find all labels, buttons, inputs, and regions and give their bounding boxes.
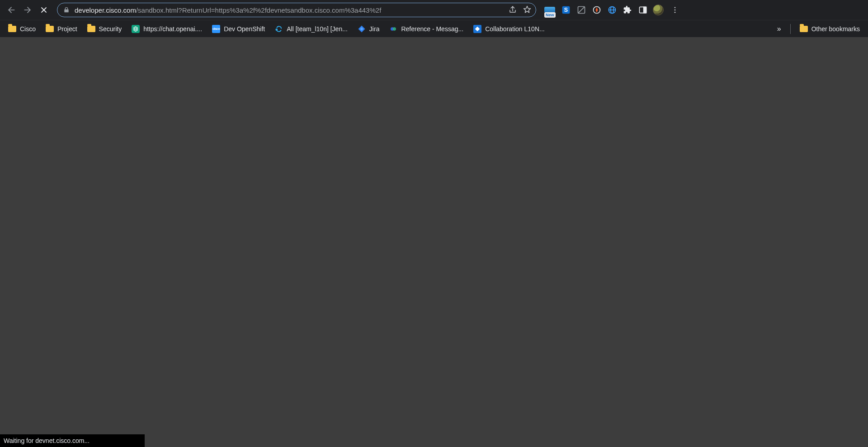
chevron-double-right-icon: » [777, 25, 781, 33]
svg-marker-4 [524, 6, 531, 12]
bookmark-label: Reference - Messag... [401, 25, 463, 33]
bookmark-dev-openshift[interactable]: cisco Dev OpenShift [208, 23, 269, 35]
svg-point-15 [675, 7, 676, 8]
extensions-button[interactable] [622, 5, 633, 15]
bookmarks-separator [790, 24, 791, 34]
url-text: developer.cisco.com/sandbox.html?ReturnU… [75, 6, 504, 14]
ext-globe[interactable] [607, 5, 618, 15]
bookmark-label: Security [99, 25, 122, 33]
bookmark-security[interactable]: Security [84, 23, 126, 35]
lock-icon [63, 6, 70, 14]
bookmark-collab[interactable]: Collaboration L10N... [470, 23, 548, 35]
address-bar[interactable]: developer.cisco.com/sandbox.html?ReturnU… [57, 3, 536, 17]
jira-icon [358, 25, 366, 33]
browser-toolbar: developer.cisco.com/sandbox.html?ReturnU… [0, 0, 868, 20]
bookmark-openai[interactable]: https://chat.openai.... [128, 23, 206, 35]
bookmarks-overflow-button[interactable]: » [774, 23, 785, 35]
puzzle-icon [623, 5, 632, 14]
ext-brave[interactable] [591, 5, 602, 15]
cisco-icon: cisco [212, 25, 220, 33]
bookmark-label: Collaboration L10N... [485, 25, 545, 33]
globe-icon [608, 5, 617, 14]
sidepanel-icon [638, 5, 647, 14]
url-path: /sandbox.html?ReturnUrl=https%3a%2f%2fde… [136, 6, 381, 14]
arrow-left-icon [7, 5, 16, 14]
bookmark-button[interactable] [523, 5, 531, 15]
svg-marker-22 [475, 26, 480, 31]
loop-icon [275, 25, 283, 33]
folder-icon [8, 26, 16, 32]
openai-icon [132, 25, 140, 33]
bookmark-label: Other bookmarks [811, 25, 860, 33]
svg-rect-14 [644, 7, 646, 13]
nav-buttons [4, 2, 52, 18]
star-icon [523, 5, 531, 14]
svg-point-19 [276, 29, 277, 30]
browser-menu-button[interactable] [668, 3, 682, 17]
svg-point-21 [393, 27, 396, 31]
forward-button[interactable] [20, 2, 35, 18]
svg-text:S: S [564, 7, 568, 13]
back-button[interactable] [4, 2, 19, 18]
bookmark-webex[interactable]: Reference - Messag... [386, 23, 467, 35]
status-bar: Waiting for devnet.cisco.com... [0, 434, 145, 447]
ext-new[interactable]: New [543, 4, 556, 16]
status-text: Waiting for devnet.cisco.com... [4, 437, 90, 444]
box-icon [473, 25, 481, 33]
svg-point-18 [135, 28, 137, 30]
page-content [0, 37, 868, 447]
folder-icon [87, 26, 95, 32]
bookmark-jenkins[interactable]: All [team_l10n] [Jen... [271, 23, 351, 35]
bookmark-label: All [team_l10n] [Jen... [287, 25, 348, 33]
stop-button[interactable] [36, 2, 52, 18]
address-actions [509, 5, 531, 15]
diag-icon [577, 5, 586, 14]
bookmark-label: Dev OpenShift [224, 25, 265, 33]
folder-icon [800, 26, 808, 32]
bookmark-jira[interactable]: Jira [354, 23, 383, 35]
svg-point-16 [675, 10, 676, 11]
share-button[interactable] [509, 5, 517, 15]
webex-icon [389, 25, 397, 33]
skype-icon: S [561, 5, 571, 14]
extensions-row: New S [543, 3, 682, 17]
url-host: developer.cisco.com [75, 6, 136, 14]
bookmark-label: https://chat.openai.... [143, 25, 202, 33]
other-bookmarks[interactable]: Other bookmarks [796, 23, 863, 35]
folder-icon [46, 26, 54, 32]
svg-line-8 [578, 7, 584, 13]
profile-avatar[interactable] [653, 5, 664, 15]
bookmark-project[interactable]: Project [42, 23, 81, 35]
ext-skype[interactable]: S [561, 5, 571, 15]
brave-icon [592, 5, 601, 14]
share-icon [509, 5, 517, 14]
bookmarks-bar: Cisco Project Security https://chat.open… [0, 20, 868, 37]
arrow-right-icon [23, 5, 32, 14]
svg-point-17 [675, 12, 676, 13]
ext-diag[interactable] [576, 5, 587, 15]
bookmark-label: Cisco [20, 25, 36, 33]
close-icon [39, 5, 48, 14]
new-badge: New [544, 12, 556, 18]
bookmark-label: Project [57, 25, 77, 33]
side-panel-button[interactable] [637, 5, 648, 15]
bookmark-cisco[interactable]: Cisco [5, 23, 39, 35]
bookmark-label: Jira [369, 25, 380, 33]
kebab-icon [671, 6, 679, 14]
